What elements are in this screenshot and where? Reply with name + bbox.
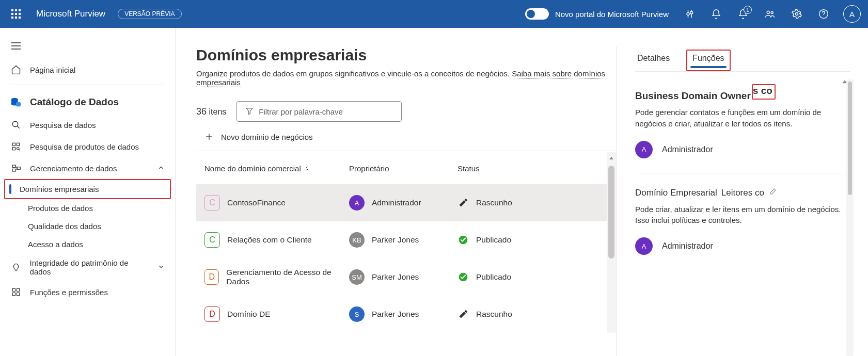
svg-rect-33 (17, 293, 20, 296)
role1-title-b: s co (753, 85, 772, 96)
role1-member-avatar: A (635, 141, 653, 158)
col-name[interactable]: Nome do domínio comercial (204, 164, 349, 173)
new-domain-button[interactable]: Novo domínio de negócios (194, 127, 616, 151)
search-icon (10, 119, 22, 131)
role1-member[interactable]: A Administrador (635, 141, 850, 158)
tab-roles[interactable]: Funções (691, 53, 725, 66)
scroll-up-icon[interactable] (608, 154, 614, 164)
nav-roles-perms-label: Funções e permissões (30, 288, 108, 297)
svg-rect-20 (12, 143, 15, 145)
status-icon (457, 271, 469, 283)
col-status[interactable]: Status (457, 164, 556, 173)
domain-name: ContosoFinance (227, 198, 286, 207)
owner-avatar: A (349, 195, 365, 211)
table-scrollbar[interactable] (607, 152, 616, 333)
nav-data-search-label: Pesquisa de dados (30, 121, 96, 130)
svg-rect-27 (17, 167, 20, 170)
scroll-thumb[interactable] (608, 166, 614, 258)
panel-scrollbar[interactable] (846, 79, 854, 356)
domain-name: Relações com o Cliente (227, 235, 312, 245)
svg-rect-26 (12, 169, 15, 172)
table-row[interactable]: CContosoFinanceAAdministradorRascunho (196, 184, 616, 221)
svg-rect-22 (12, 148, 15, 150)
svg-rect-8 (19, 17, 21, 19)
sidebar: Página inicial Catálogo de Dados Pesquis… (0, 28, 176, 356)
main-content: Domínios empresariais Organize produtos … (176, 28, 868, 356)
table-row[interactable]: DGerenciamento de Acesso de DadosSMParke… (196, 258, 616, 296)
catalog-icon (10, 96, 22, 108)
role2-title: Domínio Empresarial Leitores co (635, 188, 850, 199)
product-search-icon (10, 141, 22, 152)
edit-icon[interactable] (768, 188, 777, 199)
svg-rect-3 (11, 13, 13, 15)
new-domain-label: Novo domínio de negócios (221, 133, 313, 141)
status-text: Publicado (476, 272, 511, 282)
nav-data-mgmt-label: Gerenciamento de dados (30, 164, 117, 173)
svg-point-9 (767, 11, 769, 13)
chevron-up-icon (157, 164, 165, 173)
user-avatar[interactable]: A (843, 5, 861, 23)
nav-data-search[interactable]: Pesquisa de dados (4, 114, 171, 136)
tab-details[interactable]: Detalhes (635, 50, 672, 69)
home-icon (10, 64, 22, 75)
filter-placeholder: Filtrar por palavra-chave (259, 107, 343, 116)
svg-rect-4 (15, 13, 17, 15)
nav-estate-integrity-label: Integridade do patrimônio de dados (30, 258, 149, 276)
plus-icon (204, 132, 214, 141)
domains-table: Nome do domínio comercial Proprietário S… (196, 152, 616, 333)
nav-business-domains[interactable]: Domínios empresariais (4, 179, 171, 199)
nav-data-mgmt[interactable]: Gerenciamento de dados (4, 157, 171, 179)
diagnostics-icon[interactable] (678, 3, 701, 25)
table-row[interactable]: CRelações com o ClienteKBParker JonesPub… (196, 221, 616, 258)
role2-member[interactable]: A Administrador (635, 237, 850, 255)
svg-rect-32 (12, 293, 15, 296)
role2-member-avatar: A (635, 237, 653, 255)
people-icon[interactable] (759, 3, 781, 25)
data-mgmt-icon (10, 163, 22, 174)
nav-data-products[interactable]: Produtos de dados (4, 199, 171, 217)
svg-rect-6 (11, 17, 13, 19)
role1-member-name: Administrador (662, 145, 713, 154)
app-launcher-icon[interactable] (7, 5, 25, 23)
portal-toggle[interactable] (525, 8, 549, 20)
lightbulb-icon (10, 262, 22, 273)
alerts-icon[interactable]: 1 (732, 3, 754, 25)
svg-line-24 (19, 149, 20, 150)
domain-name: Gerenciamento de Acesso de Dados (226, 268, 349, 286)
nav-home[interactable]: Página inicial (4, 59, 171, 80)
domain-tile-icon: D (204, 306, 220, 322)
nav-data-access[interactable]: Acesso a dados (4, 235, 171, 253)
status-icon (457, 234, 469, 246)
nav-catalog-section[interactable]: Catálogo de Dados (4, 89, 171, 114)
collapse-nav-icon[interactable] (7, 37, 25, 55)
col-owner[interactable]: Proprietário (349, 164, 457, 173)
role2-desc: Pode criar, atualizar e ler itens em um … (635, 204, 850, 226)
table-row[interactable]: DDomínio DESParker JonesRascunho (196, 296, 616, 333)
svg-rect-31 (17, 288, 20, 291)
nav-product-search[interactable]: Pesquisa de produtos de dados (4, 136, 171, 157)
role1-edit-highlight: s co (752, 84, 776, 100)
chevron-down-icon (157, 263, 165, 272)
owner-name: Parker Jones (372, 310, 419, 319)
svg-point-18 (12, 121, 18, 127)
svg-rect-25 (12, 165, 15, 168)
settings-gear-icon[interactable] (785, 3, 808, 25)
svg-rect-2 (19, 9, 21, 11)
nav-roles-perms[interactable]: Funções e permissões (4, 281, 171, 303)
status-icon (457, 197, 469, 208)
owner-name: Administrador (372, 198, 421, 207)
portal-toggle-label: Novo portal do Microsoft Purview (555, 10, 669, 19)
help-icon[interactable] (812, 3, 835, 25)
svg-marker-39 (609, 157, 613, 159)
top-bar: Microsoft Purview VERSÃO PRÉVIA Novo por… (0, 0, 868, 28)
app-name[interactable]: Microsoft Purview (36, 9, 105, 19)
filter-input[interactable]: Filtrar por palavra-chave (236, 101, 402, 122)
page-title: Domínios empresariais (196, 46, 616, 64)
nav-estate-integrity[interactable]: Integridade do patrimônio de dados (4, 253, 171, 281)
status-text: Rascunho (476, 198, 512, 207)
notifications-bell-icon[interactable] (705, 3, 728, 25)
svg-rect-30 (12, 288, 15, 291)
domain-name: Domínio DE (227, 310, 271, 319)
nav-data-quality[interactable]: Qualidade dos dados (4, 217, 171, 235)
panel-scroll-thumb[interactable] (848, 82, 852, 195)
